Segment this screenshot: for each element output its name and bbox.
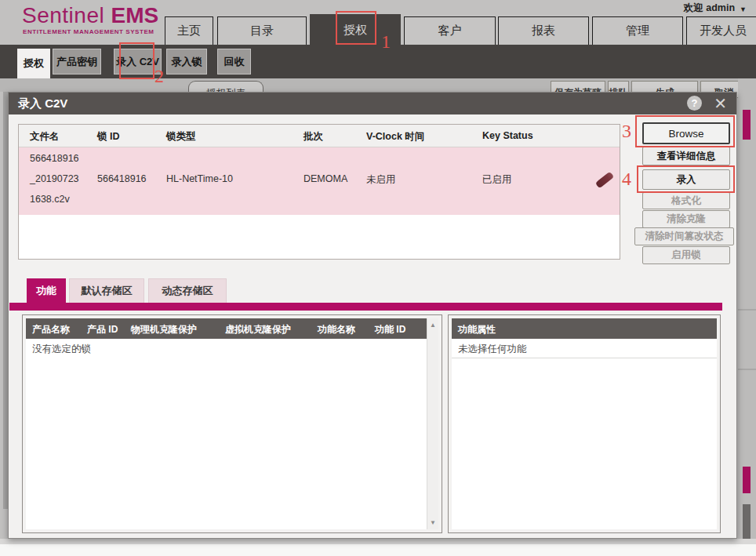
scroll-up-icon[interactable]: ▲ [427,322,438,329]
dialog-title: 录入 C2V [18,96,67,111]
features-table-panel: 产品名称 产品 ID 物理机克隆保护 虚拟机克隆保护 功能名称 功能 ID 没有… [22,314,442,533]
background-accent-sliver [743,110,751,140]
tab-administration[interactable]: 管理 [592,16,683,45]
subtab-entitlements[interactable]: 授权 [17,49,50,78]
background-scroll-thumb[interactable] [743,467,751,493]
help-icon[interactable]: ? [687,96,702,111]
no-feature-selected-text: 未选择任何功能 [458,343,527,356]
no-lock-selected-text: 没有选定的锁 [32,343,91,356]
subtab-recycle[interactable]: 回收 [217,49,251,74]
tab-developer[interactable]: 开发人员 [686,16,756,45]
annotation-box-step2 [119,42,154,79]
chevron-down-icon: ▼ [740,5,747,13]
feature-properties-header: 功能属性 [452,318,717,339]
col-product-name: 产品名称 [32,323,70,336]
col-key-status: Key Status [482,130,533,141]
features-table-scrollbar[interactable]: ▲ ▼ [427,318,438,529]
clear-time-tamper-button[interactable]: 清除时间篡改状态 [634,227,734,245]
col-physical-clone-protection: 物理机克隆保护 [131,323,197,336]
feature-properties-panel: 功能属性 未选择任何功能 [448,314,721,533]
background-divider [738,369,756,370]
annotation-number-1: 1 [381,31,391,53]
view-details-button[interactable]: 查看详细信息 [642,147,730,165]
col-feature-id: 功能 ID [375,323,405,336]
col-product-id: 产品 ID [87,323,118,336]
tab-dynamic-memory[interactable]: 动态存储区 [148,278,227,303]
dialog-titlebar: 录入 C2V ? ✕ [9,93,736,114]
table-row[interactable]: 566418916 _20190723 1638.c2v 566418916 H… [19,147,620,215]
col-lock-type: 锁类型 [166,130,196,144]
cell-batch: DEMOMA [303,173,347,184]
page-footer-area [0,539,756,556]
tab-catalog[interactable]: 目录 [217,16,307,45]
app-logo: Sentinel EMS [22,4,158,27]
cell-key-status: 已启用 [482,173,512,187]
welcome-label: 欢迎 admin [684,2,735,15]
subtab-checkin-key[interactable]: 录入锁 [166,49,207,74]
logo-tagline: ENTITLEMENT MANAGEMENT SYSTEM [23,28,154,35]
enable-lock-button[interactable]: 启用锁 [642,246,730,264]
subtab-product-keys[interactable]: 产品密钥 [53,49,101,74]
scroll-down-icon[interactable]: ▼ [427,519,438,526]
annotation-number-2: 2 [154,66,164,87]
col-batch: 批次 [303,130,323,144]
features-table: 产品名称 产品 ID 物理机克隆保护 虚拟机克隆保护 功能名称 功能 ID 没有… [26,318,438,529]
col-lock-id: 锁 ID [97,130,119,144]
background-divider [738,309,756,311]
col-vclock-time: V-Clock 时间 [366,130,424,144]
checkin-c2v-dialog: 录入 C2V ? ✕ 文件名 锁 ID 锁类型 批次 V-Clock 时间 Ke… [8,92,737,539]
feature-properties-title: 功能属性 [458,323,496,336]
dongle-icon [595,172,614,189]
user-menu[interactable]: 欢迎 admin▼ [684,2,747,15]
annotation-box-step4 [637,165,735,193]
annotation-number-4: 4 [622,169,631,190]
clear-clone-button[interactable]: 清除克隆 [642,210,730,228]
annotation-box-step1 [336,11,376,45]
features-table-header: 产品名称 产品 ID 物理机克隆保护 虚拟机克隆保护 功能名称 功能 ID [26,318,427,339]
divider [452,358,717,358]
cell-lock-type: HL-NetTime-10 [166,173,233,184]
annotation-box-step3 [635,115,735,147]
logo-text-bold: EMS [111,3,158,27]
cell-vclock-time: 未启用 [366,173,396,187]
c2v-table-header: 文件名 锁 ID 锁类型 批次 V-Clock 时间 Key Status [19,125,620,147]
cell-file-name-line1: 566418916 [30,153,79,164]
tab-default-memory[interactable]: 默认存储区 [69,278,144,303]
format-button[interactable]: 格式化 [642,192,730,209]
close-icon[interactable]: ✕ [714,94,727,113]
cell-lock-id: 566418916 [97,173,147,184]
tab-reports[interactable]: 报表 [498,16,589,45]
c2v-file-table: 文件名 锁 ID 锁类型 批次 V-Clock 时间 Key Status 56… [18,124,620,260]
feature-properties: 功能属性 未选择任何功能 [452,318,717,529]
sentinel-ems-screen: 欢迎 admin▼ Sentinel EMS ENTITLEMENT MANAG… [0,0,756,556]
accent-bar [9,303,722,311]
annotation-number-3: 3 [622,121,631,142]
tab-features[interactable]: 功能 [27,278,66,303]
cell-file-name-line2: _20190723 [30,173,79,184]
col-feature-name: 功能名称 [318,323,355,336]
tab-customers[interactable]: 客户 [404,16,496,45]
cell-file-name-line3: 1638.c2v [30,194,70,205]
col-file-name: 文件名 [30,130,60,144]
logo-text-light: Sentinel [22,3,104,27]
col-virtual-clone-protection: 虚拟机克隆保护 [225,323,291,336]
tab-home[interactable]: 主页 [165,16,213,45]
